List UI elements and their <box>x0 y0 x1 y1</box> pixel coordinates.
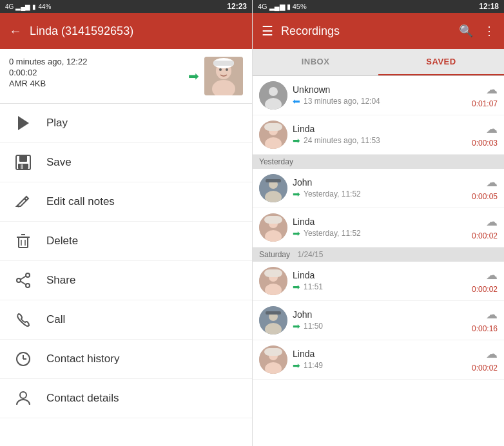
contact-name: John <box>293 177 467 188</box>
recordings-list: Unknown ⬅ 13 minutes ago, 12:04 ☁ 0:01:0… <box>253 76 504 446</box>
network-indicator: 4G <box>5 3 14 10</box>
hamburger-menu-button[interactable]: ☰ <box>262 23 273 39</box>
cloud-icon: ☁ <box>486 347 498 361</box>
svg-rect-12 <box>21 164 23 169</box>
recording-right-info: ☁ 0:01:07 <box>472 82 498 108</box>
svg-rect-10 <box>19 155 27 162</box>
outgoing-arrow-icon: ➡ <box>293 135 300 146</box>
battery-percent: 44% <box>38 3 51 10</box>
status-bar-left: 4G ▂▄▆ ▮ 44% 12:23 <box>0 0 252 13</box>
page-title-right: Recordings <box>281 24 451 38</box>
edit-icon <box>13 191 34 212</box>
list-item[interactable]: Linda ➡ 11:51 ☁ 0:00:02 <box>253 262 504 301</box>
recording-time: 11:50 <box>304 322 323 331</box>
recording-timestamp: 0 minutes ago, 12:22 <box>9 57 87 66</box>
section-header-yesterday: Yesterday <box>253 155 504 169</box>
recording-time: 24 minutes ago, 11:53 <box>304 136 380 145</box>
contact-name: Linda <box>293 349 467 359</box>
svg-point-21 <box>26 284 30 287</box>
clock-right: 12:18 <box>479 2 499 11</box>
recording-duration: 0:00:03 <box>472 139 498 148</box>
svg-rect-43 <box>264 216 282 224</box>
cloud-icon: ☁ <box>486 268 498 282</box>
svg-rect-15 <box>19 237 28 247</box>
recording-time-line: ➡ Yesterday, 11:52 <box>293 189 467 199</box>
menu-item-call[interactable]: Call <box>0 300 252 340</box>
menu-item-contact-history[interactable]: Contact history <box>0 340 252 379</box>
list-item[interactable]: John ➡ 11:50 ☁ 0:00:16 <box>253 301 504 340</box>
cloud-icon: ☁ <box>486 82 498 97</box>
menu-label-edit-notes: Edit call notes <box>46 195 115 208</box>
save-icon <box>13 152 34 173</box>
recording-time-line: ➡ Yesterday, 11:52 <box>293 228 467 238</box>
search-button[interactable]: 🔍 <box>459 24 473 38</box>
contact-name: Linda <box>293 217 467 227</box>
list-item[interactable]: Linda ➡ 11:49 ☁ 0:00:02 <box>253 340 504 380</box>
recording-time: 11:51 <box>304 282 323 291</box>
tab-inbox[interactable]: INBOX <box>253 49 378 75</box>
right-panel: 4G ▂▄▆ ▮ 45% 12:18 ☰ Recordings 🔍 ⋮ INBO… <box>252 0 504 446</box>
menu-item-share[interactable]: Share <box>0 261 252 300</box>
svg-line-23 <box>21 276 26 280</box>
avatar <box>259 174 287 202</box>
recording-right-info: ☁ 0:00:05 <box>472 175 498 201</box>
recording-duration: 0:00:16 <box>472 324 498 333</box>
person-icon <box>13 388 34 409</box>
list-item[interactable]: Unknown ⬅ 13 minutes ago, 12:04 ☁ 0:01:0… <box>253 76 504 115</box>
status-icons-left: 4G ▂▄▆ ▮ 44% <box>5 3 51 10</box>
recording-info: 0 minutes ago, 12:22 0:00:02 AMR 4KB ➡ <box>0 49 252 104</box>
contact-photo <box>204 57 243 95</box>
menu-label-delete: Delete <box>46 235 78 247</box>
recording-right-info: ☁ 0:00:02 <box>472 347 498 373</box>
recording-info-row: Linda ➡ 11:49 <box>293 349 467 371</box>
avatar <box>259 81 287 110</box>
list-item[interactable]: Linda ➡ 24 minutes ago, 11:53 ☁ 0:00:03 <box>253 115 504 155</box>
outgoing-arrow-icon: ➡ <box>293 321 300 331</box>
list-item[interactable]: John ➡ Yesterday, 11:52 ☁ 0:00:05 <box>253 169 504 208</box>
recording-time-line: ➡ 11:49 <box>293 360 467 371</box>
header-action-icons: 🔍 ⋮ <box>459 24 495 38</box>
back-button[interactable]: ← <box>9 24 22 39</box>
section-title: Yesterday <box>259 157 293 166</box>
svg-rect-55 <box>264 348 282 356</box>
svg-point-20 <box>26 273 30 277</box>
outgoing-arrow-icon: ➡ <box>293 282 300 292</box>
recording-time: Yesterday, 11:52 <box>304 189 361 199</box>
svg-rect-47 <box>264 269 282 277</box>
menu-label-play: Play <box>46 117 68 130</box>
clock-left: 12:23 <box>227 2 247 11</box>
avatar <box>259 121 287 149</box>
menu-item-delete[interactable]: Delete <box>0 222 252 261</box>
recording-time-line: ⬅ 13 minutes ago, 12:04 <box>293 96 467 106</box>
menu-label-share: Share <box>46 274 75 287</box>
left-panel: 4G ▂▄▆ ▮ 44% 12:23 ← Linda (3141592653) … <box>0 0 252 446</box>
list-item[interactable]: Linda ➡ Yesterday, 11:52 ☁ 0:00:02 <box>253 208 504 247</box>
network-indicator-right: 4G <box>258 3 267 10</box>
menu-label-call: Call <box>46 313 65 326</box>
menu-item-contact-details[interactable]: Contact details <box>0 379 252 418</box>
recording-time: Yesterday, 11:52 <box>304 229 361 238</box>
menu-item-save[interactable]: Save <box>0 143 252 182</box>
recording-right-info: ☁ 0:00:02 <box>472 268 498 294</box>
recording-format: AMR 4KB <box>9 79 87 88</box>
svg-line-13 <box>24 199 26 200</box>
page-title-left: Linda (3141592653) <box>30 24 243 38</box>
recording-right-info: ☁ 0:00:03 <box>472 122 498 148</box>
tab-saved[interactable]: SAVED <box>378 49 504 75</box>
menu-item-edit-notes[interactable]: Edit call notes <box>0 182 252 222</box>
battery-icon: ▮ <box>32 3 36 10</box>
incoming-arrow-icon: ⬅ <box>293 96 300 106</box>
menu-item-play[interactable]: Play <box>0 104 252 143</box>
cloud-icon: ☁ <box>486 307 498 322</box>
history-icon <box>13 349 34 369</box>
more-options-button[interactable]: ⋮ <box>483 24 495 38</box>
svg-line-14 <box>17 206 19 207</box>
recording-metadata: 0 minutes ago, 12:22 0:00:02 AMR 4KB <box>9 57 87 88</box>
cloud-icon: ☁ <box>486 175 498 189</box>
recording-time: 11:49 <box>304 361 323 370</box>
svg-line-24 <box>21 282 26 285</box>
recording-info-row: John ➡ 11:50 <box>293 309 467 331</box>
recording-duration: 0:00:02 <box>472 364 498 373</box>
status-icons-right: 4G ▂▄▆ ▮ 45% <box>258 3 307 11</box>
header-right: ☰ Recordings 🔍 ⋮ <box>253 13 504 49</box>
